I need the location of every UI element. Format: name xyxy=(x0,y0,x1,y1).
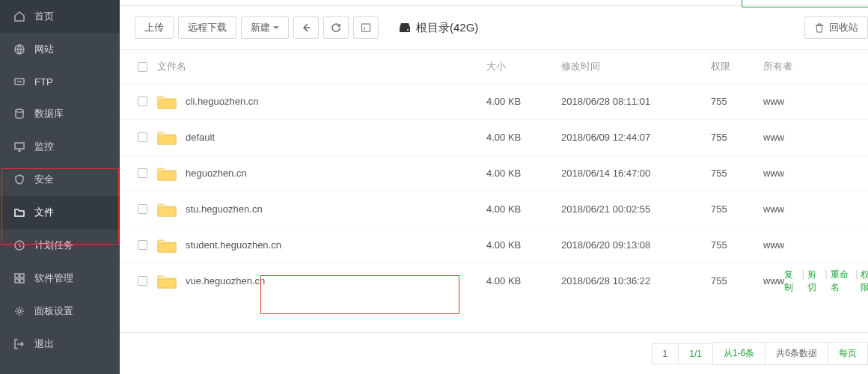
cell-name[interactable]: heguozhen.cn xyxy=(157,165,486,182)
nav-item-monitor[interactable]: 监控 xyxy=(0,130,120,163)
gear-icon xyxy=(13,305,25,317)
col-perm[interactable]: 权限 xyxy=(711,60,763,73)
row-checkbox[interactable] xyxy=(138,240,147,250)
table-row[interactable]: default4.00 KB2018/06/09 12:44:07755www xyxy=(120,119,868,155)
col-size[interactable]: 大小 xyxy=(486,60,561,73)
disk-label: 根目录(42G) xyxy=(398,21,478,35)
table-row[interactable]: stu.heguozhen.cn4.00 KB2018/06/21 00:02:… xyxy=(120,191,868,227)
cell-owner: www xyxy=(763,96,784,107)
cell-perm: 755 xyxy=(711,168,763,179)
table-row[interactable]: student.heguozhen.cn4.00 KB2018/06/20 09… xyxy=(120,227,868,263)
disk-text: 根目录(42G) xyxy=(416,21,478,35)
row-checkbox[interactable] xyxy=(138,204,147,214)
cell-owner: www xyxy=(763,239,784,251)
recycle-button[interactable]: 回收站 xyxy=(804,16,868,39)
nav-item-database[interactable]: 数据库 xyxy=(0,97,120,130)
nav-item-home[interactable]: 首页 xyxy=(0,0,120,33)
folder-icon xyxy=(157,273,177,289)
svg-rect-5 xyxy=(15,274,19,278)
nav-item-folder[interactable]: 文件 xyxy=(0,196,120,229)
table-row[interactable]: cli.heguozhen.cn4.00 KB2018/06/28 08:11:… xyxy=(120,83,868,119)
green-action-box xyxy=(742,0,868,7)
database-icon xyxy=(13,108,25,120)
disk-icon xyxy=(398,22,412,33)
row-checkbox[interactable] xyxy=(138,276,147,286)
row-checkbox[interactable] xyxy=(138,168,147,178)
cell-perm: 755 xyxy=(711,203,763,215)
table-row[interactable]: vue.heguozhen.cn4.00 KB2018/06/28 10:36:… xyxy=(120,263,868,298)
cell-owner: www xyxy=(763,132,784,143)
total-label: 共6条数据 xyxy=(765,342,828,365)
cell-name[interactable]: vue.heguozhen.cn xyxy=(157,273,486,289)
cell-mtime: 2018/06/14 16:47:00 xyxy=(561,168,711,179)
cell-name[interactable]: stu.heguozhen.cn xyxy=(157,201,486,218)
op-rename[interactable]: 重命名 xyxy=(831,269,852,294)
globe-icon xyxy=(13,43,25,55)
cell-size: 4.00 KB xyxy=(486,168,561,179)
svg-point-9 xyxy=(18,310,21,313)
op-perm[interactable]: 权限 xyxy=(861,269,868,294)
folder-icon xyxy=(157,237,177,254)
pagination-footer: 1 1/1 从1-6条 共6条数据 每页 xyxy=(120,332,868,374)
nav-item-globe[interactable]: 网站 xyxy=(0,33,120,66)
nav-item-clock[interactable]: 计划任务 xyxy=(0,229,120,262)
svg-rect-3 xyxy=(15,143,24,149)
cell-name[interactable]: cli.heguozhen.cn xyxy=(157,94,486,110)
cell-size: 4.00 KB xyxy=(486,275,561,286)
op-copy[interactable]: 复制 xyxy=(784,269,799,294)
table-header: 文件名 大小 修改时间 权限 所有者 xyxy=(120,50,868,83)
col-owner[interactable]: 所有者 xyxy=(763,60,868,73)
sidebar: 首页网站FTP数据库监控安全文件计划任务软件管理面板设置退出 xyxy=(0,0,120,374)
terminal-icon xyxy=(361,22,371,33)
row-checkbox[interactable] xyxy=(138,132,147,142)
table-row[interactable]: heguozhen.cn4.00 KB2018/06/14 16:47:0075… xyxy=(120,155,868,191)
cell-size: 4.00 KB xyxy=(486,239,561,251)
nav-label: 数据库 xyxy=(34,107,64,120)
cell-size: 4.00 KB xyxy=(486,132,561,143)
back-button[interactable] xyxy=(293,16,319,39)
page-of-pages: 1/1 xyxy=(678,343,713,364)
perpage-label[interactable]: 每页 xyxy=(828,342,868,365)
nav-item-ftp[interactable]: FTP xyxy=(0,66,120,97)
cell-mtime: 2018/06/09 12:44:07 xyxy=(561,132,711,143)
cell-perm: 755 xyxy=(711,275,763,286)
cell-name[interactable]: student.heguozhen.cn xyxy=(157,237,486,254)
recycle-label: 回收站 xyxy=(829,21,858,34)
folder-icon xyxy=(157,129,177,146)
cell-mtime: 2018/06/28 10:36:22 xyxy=(561,275,711,286)
cell-name[interactable]: default xyxy=(157,129,486,146)
cell-mtime: 2018/06/28 08:11:01 xyxy=(561,96,711,107)
svg-rect-10 xyxy=(362,24,370,31)
cell-mtime: 2018/06/20 09:13:08 xyxy=(561,239,711,251)
refresh-button[interactable] xyxy=(323,16,349,39)
nav-item-exit[interactable]: 退出 xyxy=(0,328,120,361)
nav-item-shield[interactable]: 安全 xyxy=(0,163,120,196)
page-number[interactable]: 1 xyxy=(652,343,679,364)
nav-item-grid[interactable]: 软件管理 xyxy=(0,262,120,295)
folder-icon xyxy=(13,206,25,218)
folder-icon xyxy=(157,165,177,182)
nav-label: 首页 xyxy=(34,10,54,23)
row-ops: 复制|剪切|重命名|权限 xyxy=(784,269,868,294)
nav-item-gear[interactable]: 面板设置 xyxy=(0,295,120,328)
monitor-icon xyxy=(13,141,25,153)
terminal-button[interactable] xyxy=(353,16,379,39)
op-cut[interactable]: 剪切 xyxy=(807,269,822,294)
svg-rect-7 xyxy=(15,279,19,283)
svg-point-2 xyxy=(16,109,23,112)
shield-icon xyxy=(13,174,25,186)
svg-rect-6 xyxy=(20,274,24,278)
select-all-checkbox[interactable] xyxy=(138,62,147,72)
col-name[interactable]: 文件名 xyxy=(157,60,486,73)
folder-icon xyxy=(157,201,177,218)
col-mtime[interactable]: 修改时间 xyxy=(561,60,711,73)
upload-button[interactable]: 上传 xyxy=(135,16,174,39)
refresh-icon xyxy=(331,22,341,33)
file-table: 文件名 大小 修改时间 权限 所有者 cli.heguozhen.cn4.00 … xyxy=(120,49,868,298)
cell-perm: 755 xyxy=(711,132,763,143)
create-button[interactable]: 新建 xyxy=(241,16,289,39)
remote-download-button[interactable]: 远程下载 xyxy=(178,16,236,39)
svg-point-11 xyxy=(407,29,409,31)
home-icon xyxy=(13,10,25,22)
row-checkbox[interactable] xyxy=(138,96,147,106)
